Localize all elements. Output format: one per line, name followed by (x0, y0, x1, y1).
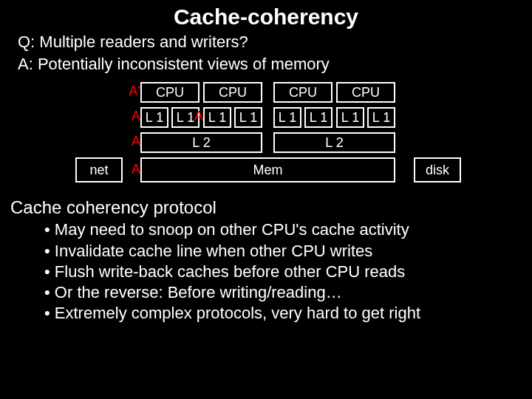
bullet-item: May need to snoop on other CPU's cache a… (44, 219, 532, 240)
l2-box-0: L 2 (140, 132, 262, 153)
title: Cache-coherency (0, 0, 532, 30)
net-box: net (75, 157, 123, 183)
answer: A: Potentially inconsistent views of mem… (0, 53, 532, 75)
bullet-item: Extremely complex protocols, very hard t… (44, 303, 532, 324)
l1-box-2: L 1 (203, 107, 231, 128)
bullet-list: May need to snoop on other CPU's cache a… (0, 219, 532, 324)
l2-box-1: L 2 (273, 132, 395, 153)
protocol-heading: Cache coherency protocol (0, 197, 532, 218)
question: Q: Multiple readers and writers? (0, 31, 532, 53)
annot-a-l1b: A (193, 109, 203, 124)
cpu-box-0: CPU (140, 82, 200, 103)
annot-a-mem: A (130, 162, 140, 177)
l1-box-4: L 1 (273, 107, 301, 128)
cpu-box-3: CPU (336, 82, 395, 103)
l1-box-3: L 1 (234, 107, 262, 128)
disk-box: disk (414, 157, 461, 183)
annot-a-l1: A (130, 109, 140, 124)
cpu-box-1: CPU (203, 82, 262, 103)
mem-box: Mem (140, 157, 395, 183)
l1-box-5: L 1 (304, 107, 332, 128)
l1-box-7: L 1 (367, 107, 395, 128)
l1-box-0: L 1 (140, 107, 168, 128)
cpu-box-2: CPU (273, 82, 332, 103)
bullet-item: Or the reverse: Before writing/reading… (44, 282, 532, 303)
annot-a-prime: A' (127, 83, 140, 99)
memory-hierarchy-diagram: CPU CPU CPU CPU L 1 L 1 L 1 L 1 L 1 L 1 … (59, 82, 473, 187)
annot-a-l2: A (130, 134, 140, 149)
l1-box-6: L 1 (336, 107, 364, 128)
bullet-item: Invalidate cache line when other CPU wri… (44, 241, 532, 262)
bullet-item: Flush write-back caches before other CPU… (44, 262, 532, 282)
